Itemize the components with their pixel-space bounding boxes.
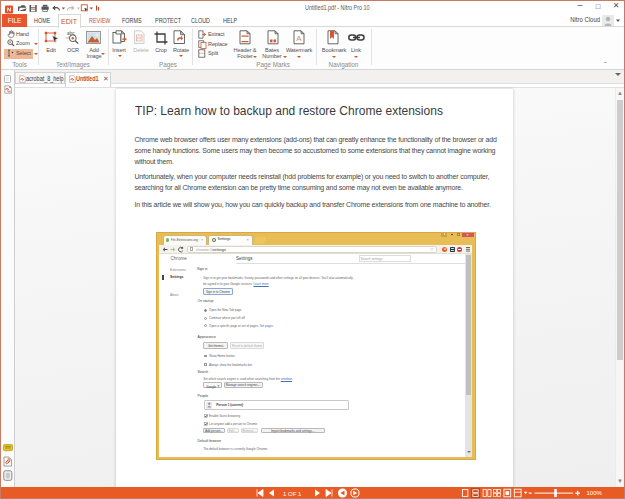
svg-text:100%: 100%	[587, 490, 603, 496]
svg-text:el: el	[66, 35, 69, 40]
svg-text:A: A	[296, 34, 302, 43]
svg-text:1 OF 1: 1 OF 1	[283, 491, 302, 497]
